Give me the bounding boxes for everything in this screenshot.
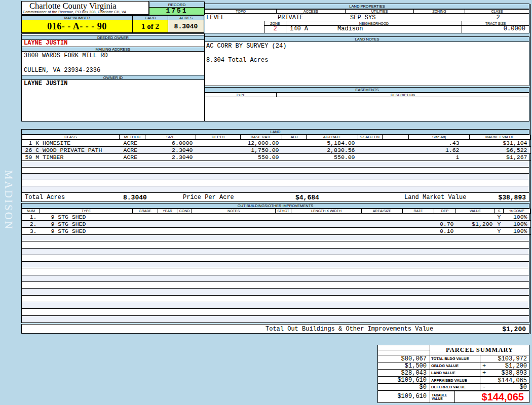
col-class: CLASS [22, 135, 120, 140]
ob-year [158, 228, 177, 235]
ob-pct-comp: 100% [504, 221, 530, 228]
prior-land-value: $28,043 [377, 369, 430, 377]
land-blank [383, 140, 409, 147]
prior-obldg-value: $1,500 [377, 362, 430, 370]
county-name: Charlotte County Virginia [22, 2, 148, 10]
appraised-value-label: APPRAISED VALUE [430, 376, 480, 384]
value: $0 [520, 384, 527, 390]
ob-type: 9 STG SHED [40, 221, 133, 228]
land-table-head: CLASS METHOD SIZE DEPTH BASE RATE ADJ AD… [22, 135, 530, 140]
out-building-row: 1. 9 STG SHED Y 100% [22, 214, 530, 221]
zone-value: 2 [264, 25, 286, 33]
deeded-owner-value: LAYNE JUSTIN [22, 40, 204, 47]
prior-taxable-value: $109,610 [377, 390, 430, 403]
ob-area-size [362, 221, 403, 228]
land-market-value: $6,522 [470, 147, 530, 154]
owner-id-value: LAYNE JUSTIN [22, 80, 204, 87]
sign: - [482, 384, 486, 390]
owner-panel: DEEDED OWNER LAYNE JUSTIN MAILING ADDRES… [21, 33, 205, 122]
col-market-value: MARKET VALUE [470, 135, 530, 140]
ob-empty-row [22, 289, 529, 295]
land-properties-header: LAND PROPERTIES [205, 4, 529, 9]
col-adj: ADJ [282, 135, 307, 140]
ob-grade [133, 221, 158, 228]
ob-cond [177, 228, 192, 235]
land-market-value: $31,104 [470, 140, 530, 147]
prior-appraised-value: $109,610 [377, 376, 430, 384]
out-buildings-header: OUT BUILDINGS/OTHER IMPROVEMENTS [22, 204, 529, 209]
ob-dep: 0.10 [434, 228, 456, 235]
col-s: S [495, 209, 504, 214]
price-per-acre-value: $4,684 [295, 194, 319, 201]
out-buildings-total-row: Total Out Buildings & Other Improvements… [21, 324, 529, 334]
total-acres-label: Total Acres [25, 194, 65, 201]
land-adj-rate: 5,184.00 [307, 140, 358, 147]
ob-empty-row [22, 241, 529, 248]
ob-value [456, 228, 495, 235]
land-empty-row [22, 168, 529, 174]
land-base-rate: 1,750.00 [241, 147, 282, 154]
ob-sthgt [276, 214, 291, 221]
col-size: SIZE [145, 135, 196, 140]
ob-empty-row [22, 235, 529, 241]
land-section-header: LAND [22, 130, 529, 135]
ob-cond [177, 221, 192, 228]
land-empty-row [22, 180, 529, 187]
commissioner-line: Commissioner of the Revenue, PO Box 308,… [22, 10, 148, 14]
col-method: METHOD [120, 135, 145, 140]
easements-header: EASEMENTS [205, 88, 529, 93]
owner-id-header: OWNER ID [22, 75, 204, 80]
land-depth [196, 154, 241, 161]
land-note-1: AC CORR BY SURVEY (24) [206, 43, 286, 50]
ob-grade [133, 214, 158, 221]
col-notes: NOTES [192, 209, 276, 214]
col-blank [383, 135, 409, 140]
ob-notes [192, 214, 276, 221]
ob-empty-row [22, 282, 529, 289]
col-cond: COND [177, 209, 192, 214]
col-utilities: UTILITIES [345, 9, 414, 14]
ob-rate [403, 214, 434, 221]
land-blank [383, 154, 409, 161]
ob-dep [434, 214, 456, 221]
col-zoning: ZONING [413, 9, 465, 14]
out-building-row: 2. 9 STG SHED 0.70 $1,200 Y 100% [22, 221, 530, 228]
acres-value: 8.3040 [168, 20, 204, 33]
land-properties-columns: TOPO ACCESS UTILITIES ZONING CLASS [205, 9, 529, 14]
card-value: 1 of 2 [132, 20, 168, 33]
taxable-value-label: TAXABLE VALUE [430, 390, 455, 403]
ob-empty-row [22, 262, 529, 268]
ob-length-width [291, 214, 362, 221]
easements-panel: EASEMENTS TYPE DESCRIPTION [205, 87, 529, 122]
land-adj-rate: 2,830.56 [307, 147, 358, 154]
ob-empty-row [22, 302, 529, 309]
obldg-value-label: OBLDG VALUE [430, 362, 480, 370]
ob-empty-row [22, 316, 529, 322]
land-size-adj: .43 [409, 140, 470, 147]
district-watermark: MADISON [2, 170, 15, 241]
land-size: 2.3040 [145, 147, 196, 154]
ob-notes [192, 221, 276, 228]
ob-total-label: Total Out Buildings & Other Improvements… [265, 326, 433, 333]
deferred-value-label: DEFERRED VALUE [430, 383, 480, 391]
col-depth: DEPTH [196, 135, 241, 140]
summary-row: $0 DEFERRED VALUE - $0 [377, 383, 529, 391]
land-market-value: $1,267 [470, 154, 530, 161]
land-method: ACRE [120, 147, 145, 154]
land-market-value-label: Land Market Value [404, 194, 466, 201]
land-method: ACRE [120, 154, 145, 161]
value: $38,893 [502, 370, 527, 376]
land-blank [383, 147, 409, 154]
land-value: + $38,893 [480, 369, 529, 377]
deferred-value: - $0 [480, 383, 529, 391]
summary-row: $109,610 APPRAISED VALUE $144,065 [377, 376, 529, 384]
ob-pct-comp: 100% [504, 214, 530, 221]
land-adj [282, 154, 307, 161]
obldg-value: + $1,200 [480, 362, 529, 370]
col-base-rate: BASE RATE [241, 135, 282, 140]
map-grid-values: 016- - A- - - 90 1 of 2 8.3040 [21, 20, 205, 33]
parcel-summary: PARCEL SUMMARY $80,067 TOTAL BLDG VALUE … [377, 345, 529, 403]
land-row: 1 K HOMESITE ACRE 6.0000 12,000.00 5,184… [22, 140, 530, 147]
land-depth [196, 140, 241, 147]
land-notes-panel: LAND NOTES AC CORR BY SURVEY (24) 8.304 … [205, 36, 529, 86]
